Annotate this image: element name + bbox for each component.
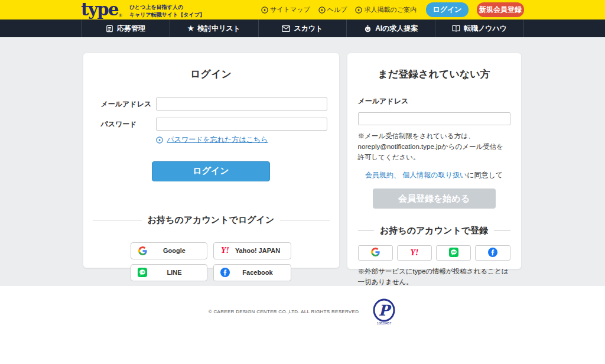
start-registration-button[interactable]: 会員登録を始める — [373, 188, 496, 209]
mail-permission-note: ※メール受信制限をされている方は、noreply@notification.ty… — [358, 131, 510, 162]
circle-arrow-icon — [355, 6, 362, 14]
header-login-button[interactable]: ログイン — [426, 2, 469, 17]
divider-line — [358, 230, 374, 231]
password-label: パスワード — [101, 119, 156, 129]
robot-icon — [364, 25, 372, 32]
line-register-button[interactable] — [436, 245, 471, 261]
circle-arrow-icon — [261, 6, 268, 14]
yahoo-icon: Y! — [220, 246, 230, 255]
registered-mark: ® — [119, 13, 122, 18]
header-register-button[interactable]: 新規会員登録 — [477, 2, 524, 17]
social-login-buttons: Google Y! Yahoo! JAPAN LINE Facebook — [83, 242, 339, 281]
line-icon — [137, 268, 148, 277]
register-email-input[interactable] — [358, 112, 510, 125]
circle-arrow-icon — [156, 136, 163, 144]
consent-line: 会員規約、 個人情報の取り扱いに同意して — [358, 170, 510, 180]
svg-text:P: P — [379, 302, 392, 319]
external-service-note: ※外部サービスにtypeの情報が投稿されることは一切ありません。 — [358, 266, 510, 288]
header-links: サイトマップ ヘルプ 求人掲載のご案内 ログイン 新規会員登録 — [253, 2, 524, 17]
line-icon — [449, 248, 458, 259]
google-icon — [137, 246, 148, 255]
divider-line — [280, 220, 329, 220]
nav-item-shortlist[interactable]: ★ 検討中リスト — [170, 20, 258, 37]
help-link[interactable]: ヘルプ — [318, 5, 347, 14]
email-label: メールアドレス — [101, 99, 156, 109]
login-submit-button[interactable]: ログイン — [152, 161, 270, 181]
facebook-register-button[interactable] — [475, 245, 510, 261]
sitemap-link[interactable]: サイトマップ — [261, 5, 310, 14]
circle-arrow-icon — [318, 6, 326, 14]
login-card: ログイン メールアドレス パスワード パスワードを忘れた方はこちら ログイン — [83, 53, 340, 268]
envelope-icon — [282, 25, 290, 32]
job-posting-info-link[interactable]: 求人掲載のご案内 — [355, 5, 417, 14]
terms-link[interactable]: 会員規約、 — [365, 171, 401, 179]
forgot-password-link[interactable]: パスワードを忘れた方はこちら — [156, 135, 268, 145]
top-header: type ® ひとつ上を目指す人の キャリア転職サイト【タイプ】 サイトマップ … — [0, 0, 605, 20]
nav-item-career-knowhow[interactable]: 転職ノウハウ — [435, 20, 524, 37]
email-row: メールアドレス — [101, 98, 339, 110]
logo-text: type — [81, 1, 118, 18]
main-content: ログイン メールアドレス パスワード パスワードを忘れた方はこちら ログイン — [0, 37, 605, 286]
copyright-text: © CAREER DESIGN CENTER CO.,LTD. ALL RIGH… — [209, 309, 359, 314]
site-tagline: ひとつ上を目指す人の キャリア転職サイト【タイプ】 — [129, 1, 205, 18]
divider-line — [494, 230, 510, 231]
facebook-login-button[interactable]: Facebook — [213, 264, 291, 281]
register-email-label: メールアドレス — [358, 96, 510, 106]
yahoo-icon: Y! — [410, 249, 418, 257]
clipboard-icon — [106, 25, 113, 32]
google-register-button[interactable] — [358, 245, 393, 261]
privacy-policy-link[interactable]: 個人情報の取り扱い — [402, 171, 467, 179]
password-input[interactable] — [156, 118, 327, 131]
register-card: まだ登録されていない方 メールアドレス ※メール受信制限をされている方は、nor… — [347, 53, 522, 269]
svg-text:10820457: 10820457 — [377, 321, 391, 325]
google-login-button[interactable]: Google — [131, 242, 207, 259]
nav-item-applications[interactable]: 応募管理 — [81, 20, 170, 37]
social-register-divider: お持ちのアカウントで登録 — [358, 225, 510, 236]
yahoo-register-button[interactable]: Y! — [397, 245, 432, 261]
login-title: ログイン — [83, 67, 339, 81]
yahoo-login-button[interactable]: Y! Yahoo! JAPAN — [213, 242, 291, 259]
main-nav: 応募管理 ★ 検討中リスト スカウト AIの求人提案 転職ノウハウ — [0, 20, 605, 37]
facebook-icon — [488, 248, 497, 259]
nav-item-scout[interactable]: スカウト — [258, 20, 347, 37]
email-input[interactable] — [156, 98, 327, 110]
nav-item-ai-suggestions[interactable]: AIの求人提案 — [346, 20, 435, 37]
divider-line — [93, 220, 142, 220]
book-icon — [452, 25, 460, 32]
password-row: パスワード — [101, 118, 339, 131]
social-login-divider: お持ちのアカウントでログイン — [93, 214, 330, 226]
social-login-heading: お持ちのアカウントでログイン — [148, 214, 275, 226]
social-register-buttons: Y! — [358, 245, 510, 261]
privacy-mark: P 10820457 — [372, 298, 396, 325]
line-login-button[interactable]: LINE — [131, 264, 207, 281]
social-register-heading: お持ちのアカウントで登録 — [380, 225, 488, 236]
google-icon — [371, 248, 380, 258]
type-logo[interactable]: type ® — [81, 1, 122, 18]
consent-suffix: に同意して — [467, 171, 503, 179]
facebook-icon — [220, 268, 230, 277]
tagline-line2: キャリア転職サイト【タイプ】 — [129, 11, 205, 19]
register-title: まだ登録されていない方 — [358, 67, 510, 81]
tagline-line1: ひとつ上を目指す人の — [129, 4, 205, 11]
footer: © CAREER DESIGN CENTER CO.,LTD. ALL RIGH… — [0, 286, 605, 364]
star-icon: ★ — [187, 25, 194, 32]
